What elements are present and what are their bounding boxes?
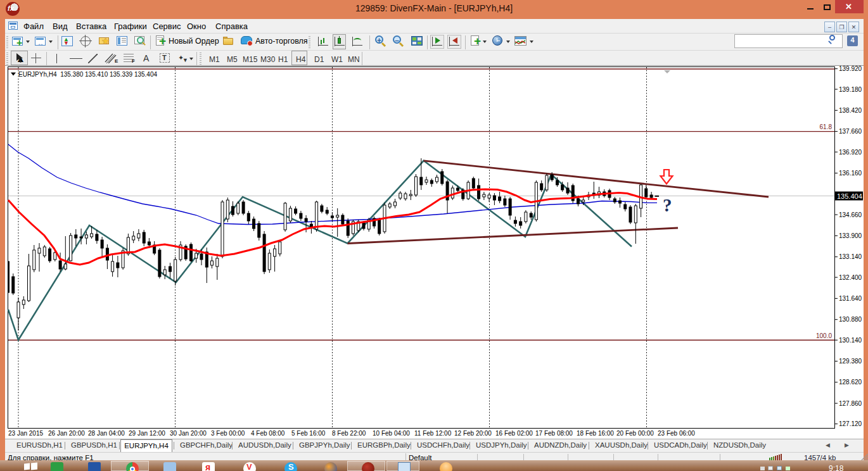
svg-text:10 Feb 04:00: 10 Feb 04:00	[373, 430, 410, 437]
svg-text:17 Feb 08:00: 17 Feb 08:00	[535, 430, 573, 437]
svg-text:132.400: 132.400	[839, 274, 862, 281]
svg-text:EURJPYh,H4 135.380 135.410 13: EURJPYh,H4 135.380 135.410 135.339 135.4…	[18, 71, 157, 78]
svg-text:26 Jan 20:00: 26 Jan 20:00	[48, 430, 85, 437]
svg-text:29 Jan 12:00: 29 Jan 12:00	[129, 430, 165, 437]
svg-text:138.420: 138.420	[839, 107, 862, 114]
svg-text:4 Feb 08:00: 4 Feb 08:00	[251, 430, 285, 437]
svg-text:133.900: 133.900	[839, 232, 862, 239]
svg-text:136.160: 136.160	[839, 170, 862, 177]
svg-text:11 Feb 12:00: 11 Feb 12:00	[414, 430, 452, 437]
svg-text:18 Feb 16:00: 18 Feb 16:00	[577, 430, 614, 437]
svg-text:28 Jan 04:00: 28 Jan 04:00	[88, 430, 125, 437]
svg-text:128.620: 128.620	[839, 379, 862, 386]
svg-text:130.880: 130.880	[839, 316, 862, 323]
svg-text:139.180: 139.180	[839, 86, 862, 93]
svg-text:30 Jan 20:00: 30 Jan 20:00	[170, 430, 207, 437]
svg-text:131.640: 131.640	[839, 295, 862, 302]
svg-text:3 Feb 00:00: 3 Feb 00:00	[211, 430, 245, 437]
svg-text:5 Feb 16:00: 5 Feb 16:00	[291, 430, 326, 437]
svg-text:16 Feb 02:00: 16 Feb 02:00	[495, 430, 533, 437]
svg-text:23 Feb 06:00: 23 Feb 06:00	[658, 430, 695, 437]
svg-text:23 Jan 2015: 23 Jan 2015	[8, 430, 43, 437]
svg-text:127.860: 127.860	[839, 400, 862, 407]
svg-text:137.660: 137.660	[839, 128, 862, 135]
svg-text:134.660: 134.660	[839, 211, 862, 218]
svg-text:136.920: 136.920	[839, 149, 862, 156]
svg-text:100.0: 100.0	[816, 332, 832, 339]
svg-text:8 Feb 22:00: 8 Feb 22:00	[332, 430, 366, 437]
svg-text:133.140: 133.140	[839, 253, 862, 260]
svg-text:139.920: 139.920	[839, 65, 862, 72]
svg-text:129.380: 129.380	[839, 358, 862, 365]
svg-text:?: ?	[663, 195, 672, 215]
svg-text:127.120: 127.120	[839, 420, 862, 427]
svg-text:130.140: 130.140	[839, 337, 862, 344]
svg-text:61.8: 61.8	[820, 123, 833, 130]
svg-text:12 Feb 20:00: 12 Feb 20:00	[454, 430, 492, 437]
svg-text:135.404: 135.404	[837, 192, 862, 200]
svg-text:20 Feb 00:00: 20 Feb 00:00	[616, 430, 654, 437]
